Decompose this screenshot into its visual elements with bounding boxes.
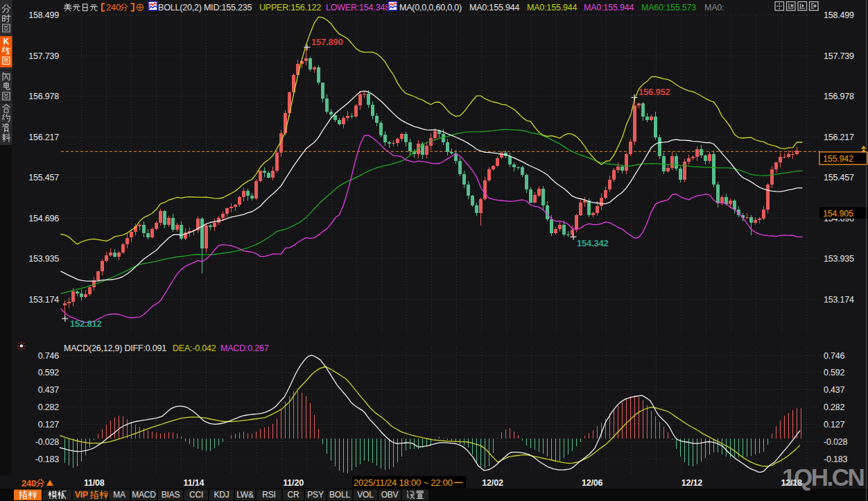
svg-text:153.935: 153.935 xyxy=(28,254,59,264)
svg-text:MACD: MACD xyxy=(132,490,156,500)
svg-text:UPPER:156.122: UPPER:156.122 xyxy=(259,3,321,12)
svg-text:BOLL(20,2) MID:155.235: BOLL(20,2) MID:155.235 xyxy=(158,3,252,12)
svg-text:0.437: 0.437 xyxy=(824,385,845,395)
svg-text:KDJ: KDJ xyxy=(214,490,229,500)
svg-text:1QH.CN: 1QH.CN xyxy=(782,464,863,491)
svg-text:11/14: 11/14 xyxy=(184,478,205,488)
svg-text:-0.183: -0.183 xyxy=(35,455,59,464)
svg-text:CR: CR xyxy=(288,490,300,500)
svg-text:MA0:: MA0: xyxy=(704,3,724,12)
svg-text:K: K xyxy=(3,37,9,46)
svg-text:0.127: 0.127 xyxy=(38,420,60,430)
svg-text:0.437: 0.437 xyxy=(38,385,60,395)
svg-text:MA0:155.944: MA0:155.944 xyxy=(469,3,519,12)
svg-text:11/08: 11/08 xyxy=(84,478,105,488)
svg-text:152.812: 152.812 xyxy=(70,319,102,329)
svg-text:0.127: 0.127 xyxy=(824,420,845,430)
svg-text:0.592: 0.592 xyxy=(824,368,845,377)
svg-text:153.174: 153.174 xyxy=(28,295,59,305)
svg-text:2025/11/24 18:00 ~ 22:00: 2025/11/24 18:00 ~ 22:00 xyxy=(354,477,453,488)
svg-text:11/20: 11/20 xyxy=(283,478,304,488)
svg-text:240: 240 xyxy=(21,478,36,489)
svg-text:0.592: 0.592 xyxy=(38,368,60,377)
svg-text:OBV: OBV xyxy=(381,490,399,500)
svg-text:MA60:155.573: MA60:155.573 xyxy=(641,3,696,12)
svg-text:VOL: VOL xyxy=(357,490,374,500)
svg-text:MA(0,0,0,60,0,0): MA(0,0,0,60,0,0) xyxy=(399,3,462,12)
svg-text:156.217: 156.217 xyxy=(824,133,854,142)
svg-text:MA0:155.944: MA0:155.944 xyxy=(584,3,634,12)
svg-text:158.499: 158.499 xyxy=(28,10,59,20)
svg-text:154.696: 154.696 xyxy=(28,214,59,223)
svg-text:CCI: CCI xyxy=(189,490,203,500)
svg-text:0.746: 0.746 xyxy=(38,351,60,361)
svg-text:155.942: 155.942 xyxy=(823,154,853,164)
svg-text:VIP: VIP xyxy=(75,490,88,500)
svg-text:MACD(26,12,9) DIFF:0.091: MACD(26,12,9) DIFF:0.091 xyxy=(64,343,166,353)
svg-text:240: 240 xyxy=(106,2,121,12)
svg-text:BOLL: BOLL xyxy=(329,490,350,500)
svg-text:PSY: PSY xyxy=(307,490,324,500)
svg-text:156.217: 156.217 xyxy=(28,133,59,142)
svg-text:156.952: 156.952 xyxy=(639,87,670,97)
svg-text:LW&: LW& xyxy=(236,490,254,500)
svg-text:MA: MA xyxy=(113,490,125,500)
svg-text:RSI: RSI xyxy=(262,490,275,500)
svg-text:MA0:155.944: MA0:155.944 xyxy=(527,3,577,12)
svg-text:12/12: 12/12 xyxy=(682,478,703,488)
svg-text:153.174: 153.174 xyxy=(824,295,854,305)
svg-text:MACD:0.267: MACD:0.267 xyxy=(220,343,269,353)
svg-text:154.905: 154.905 xyxy=(823,209,853,219)
svg-text:LOWER:154.348: LOWER:154.348 xyxy=(326,3,390,12)
svg-text:12/06: 12/06 xyxy=(582,478,603,488)
svg-text:158.499: 158.499 xyxy=(824,10,854,20)
svg-text:154.342: 154.342 xyxy=(577,238,609,248)
svg-text:DEA:-0.042: DEA:-0.042 xyxy=(173,343,216,353)
svg-text:156.978: 156.978 xyxy=(28,92,59,101)
svg-text:157.890: 157.890 xyxy=(311,37,343,47)
svg-text:-0.183: -0.183 xyxy=(824,455,847,464)
svg-text:0.282: 0.282 xyxy=(38,402,60,412)
svg-text:BIAS: BIAS xyxy=(162,490,180,500)
svg-text:153.935: 153.935 xyxy=(824,254,854,264)
svg-text:157.739: 157.739 xyxy=(28,51,59,61)
svg-text:0.282: 0.282 xyxy=(824,402,845,412)
svg-text:-0.028: -0.028 xyxy=(824,437,847,447)
svg-text:155.457: 155.457 xyxy=(824,173,854,182)
svg-text:0.746: 0.746 xyxy=(824,351,845,361)
svg-text:156.978: 156.978 xyxy=(824,92,854,101)
svg-text:155.457: 155.457 xyxy=(28,173,59,182)
svg-text:12/02: 12/02 xyxy=(482,478,503,488)
svg-text:157.739: 157.739 xyxy=(824,51,854,61)
svg-text:-0.028: -0.028 xyxy=(35,437,59,447)
